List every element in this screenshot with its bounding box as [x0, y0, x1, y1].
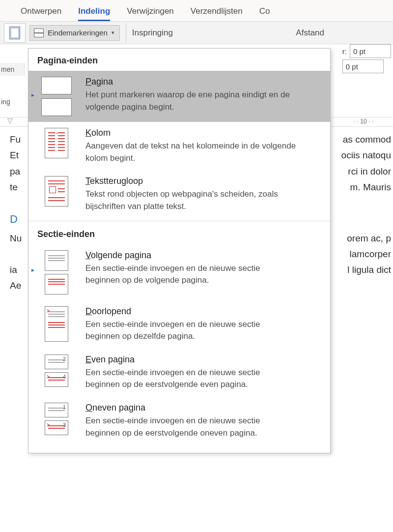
section-odd-page-icon: 1 >3 [39, 403, 74, 435]
doc-line: m. Mauris [350, 179, 391, 195]
partial-label-ing: ing [0, 96, 14, 107]
item-title: Tekstterugloop [85, 176, 297, 186]
item-desc: Een sectie-einde invoegen en de nieuwe s… [85, 367, 297, 391]
section-continuous-icon: > [39, 306, 74, 342]
item-desc: Tekst rond objecten op webpagina's schei… [85, 188, 297, 212]
item-page-break[interactable]: ▸ Pagina Het punt markeren waarop de ene… [28, 71, 330, 122]
item-desc: Een sectie-einde invoegen en de nieuwe s… [85, 415, 297, 439]
partial-label-men: men [0, 63, 25, 76]
item-text-wrap-break[interactable]: Tekstterugloop Tekst rond objecten op we… [28, 170, 330, 218]
item-title: Oneven pagina [85, 403, 297, 413]
doc-line: Fu [10, 132, 21, 148]
item-desc: Een sectie-einde invoegen en de nieuwe s… [85, 319, 297, 343]
item-desc: Een sectie-einde invoegen en de nieuwe s… [85, 263, 297, 287]
ruler-tick-10: · · 10 · · [354, 118, 373, 125]
doc-line: Et [10, 148, 19, 163]
doc-line: l ligula dict [347, 262, 391, 278]
tab-verzendlijsten[interactable]: Verzendlijsten [191, 6, 243, 21]
tab-verwijzingen[interactable]: Verwijzingen [127, 6, 173, 21]
section-page-breaks: Pagina-einden [28, 49, 330, 71]
margins-icon [9, 27, 20, 39]
spacing-after-input[interactable]: 0 pt [342, 59, 384, 73]
doc-line: te [10, 179, 18, 195]
caret-icon: ▸ [31, 91, 34, 98]
tab-ontwerpen[interactable]: Ontwerpen [21, 6, 61, 21]
spacing-inputs: r: 0 pt 0 pt [342, 44, 393, 73]
page-break-icon [39, 77, 74, 116]
item-section-next-page[interactable]: ▸ Volgende pagina Een sectie-einde invoe… [28, 244, 330, 300]
doc-line: as commod [343, 132, 391, 148]
group-spacing-label: Afstand [296, 28, 324, 38]
group-indent-label: Inspringing [132, 28, 173, 38]
item-section-even-page[interactable]: 2 >4 Even pagina Een sectie-einde invoeg… [28, 349, 330, 397]
margins-button[interactable] [4, 23, 26, 43]
spacing-before-input[interactable]: 0 pt [350, 44, 391, 58]
doc-line: Ae [10, 278, 21, 294]
chevron-down-icon: ▾ [112, 30, 114, 36]
doc-line: Nu [10, 231, 22, 246]
indent-marker-icon[interactable]: ▽ [7, 117, 13, 124]
item-title: Pagina [85, 77, 297, 87]
section-section-breaks: Sectie-einden [28, 222, 330, 244]
tab-co-fragment[interactable]: Co [259, 6, 270, 21]
doc-line: orem ac, p [347, 231, 391, 246]
section-even-page-icon: 2 >4 [39, 355, 74, 387]
item-title: Volgende pagina [85, 250, 297, 261]
caret-icon: ▸ [31, 266, 34, 273]
breaks-dropdown-menu: Pagina-einden ▸ Pagina Het punt markeren… [28, 48, 331, 453]
dropdown-separator [28, 221, 330, 221]
doc-line: pa [10, 164, 20, 179]
spacing-before-label: r: [342, 47, 347, 56]
item-title: Doorlopend [85, 306, 297, 317]
doc-line: ociis natoqu [341, 148, 391, 163]
item-section-continuous[interactable]: > Doorlopend Een sectie-einde invoegen e… [28, 300, 330, 349]
item-title: Even pagina [85, 355, 297, 365]
doc-line: ia [10, 262, 17, 278]
ribbon-row: Eindemarkeringen ▾ Inspringing Afstand r… [0, 22, 393, 44]
doc-line: rci in dolor [348, 164, 391, 179]
ribbon-tabs: Ontwerpen Indeling Verwijzingen Verzendl… [0, 0, 393, 22]
tab-indeling[interactable]: Indeling [78, 6, 110, 21]
item-title: Kolom [85, 128, 297, 138]
item-desc: Het punt markeren waarop de ene pagina e… [85, 89, 297, 113]
text-wrap-icon [39, 176, 74, 207]
separator [126, 23, 126, 43]
breaks-icon [34, 29, 44, 37]
section-next-page-icon [39, 250, 74, 295]
item-section-odd-page[interactable]: 1 >3 Oneven pagina Een sectie-einde invo… [28, 397, 330, 445]
doc-line: lamcorper [350, 246, 391, 262]
item-column-break[interactable]: → Kolom Aangeven dat de tekst na het kol… [28, 122, 330, 170]
column-break-icon: → [39, 128, 74, 158]
breaks-dropdown-button[interactable]: Eindemarkeringen ▾ [29, 25, 120, 41]
breaks-button-label: Eindemarkeringen [48, 29, 108, 37]
item-desc: Aangeven dat de tekst na het kolomeinde … [85, 140, 297, 164]
